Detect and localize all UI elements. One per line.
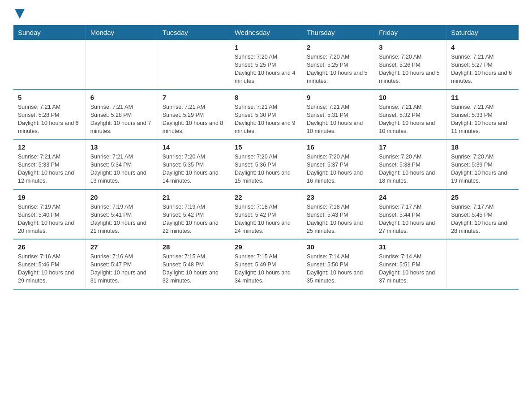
day-info: Sunrise: 7:20 AMSunset: 5:36 PMDaylight:… [235, 153, 297, 185]
day-info: Sunrise: 7:20 AMSunset: 5:39 PMDaylight:… [451, 153, 514, 185]
day-number: 19 [18, 193, 81, 201]
calendar-cell [446, 239, 519, 289]
week-row-3: 12Sunrise: 7:21 AMSunset: 5:33 PMDayligh… [13, 139, 519, 189]
day-info: Sunrise: 7:20 AMSunset: 5:25 PMDaylight:… [235, 53, 297, 86]
calendar-cell: 22Sunrise: 7:18 AMSunset: 5:42 PMDayligh… [230, 189, 302, 240]
calendar-cell: 14Sunrise: 7:20 AMSunset: 5:35 PMDayligh… [158, 139, 230, 189]
day-number: 26 [18, 243, 81, 251]
day-number: 4 [451, 43, 514, 51]
calendar-cell: 31Sunrise: 7:14 AMSunset: 5:51 PMDayligh… [374, 239, 446, 289]
day-header-monday: Monday [86, 25, 158, 40]
calendar-cell: 24Sunrise: 7:17 AMSunset: 5:44 PMDayligh… [374, 189, 446, 240]
day-info: Sunrise: 7:20 AMSunset: 5:37 PMDaylight:… [307, 153, 369, 185]
day-number: 1 [235, 43, 297, 51]
logo [13, 9, 25, 21]
day-number: 17 [379, 143, 442, 151]
day-info: Sunrise: 7:20 AMSunset: 5:26 PMDaylight:… [379, 53, 442, 86]
day-info: Sunrise: 7:21 AMSunset: 5:29 PMDaylight:… [163, 103, 225, 136]
week-row-2: 5Sunrise: 7:21 AMSunset: 5:28 PMDaylight… [13, 90, 519, 140]
calendar-cell: 6Sunrise: 7:21 AMSunset: 5:28 PMDaylight… [86, 90, 158, 140]
day-info: Sunrise: 7:19 AMSunset: 5:40 PMDaylight:… [18, 203, 81, 235]
day-number: 9 [307, 94, 369, 101]
day-number: 15 [235, 143, 297, 151]
day-info: Sunrise: 7:21 AMSunset: 5:28 PMDaylight:… [18, 103, 81, 136]
day-info: Sunrise: 7:16 AMSunset: 5:47 PMDaylight:… [90, 253, 153, 285]
calendar-cell: 19Sunrise: 7:19 AMSunset: 5:40 PMDayligh… [13, 189, 86, 240]
calendar-cell: 8Sunrise: 7:21 AMSunset: 5:30 PMDaylight… [230, 90, 302, 140]
svg-marker-0 [15, 9, 25, 19]
day-header-friday: Friday [374, 25, 446, 40]
day-number: 5 [18, 94, 81, 101]
calendar-cell: 30Sunrise: 7:14 AMSunset: 5:50 PMDayligh… [302, 239, 374, 289]
day-number: 18 [451, 143, 514, 151]
calendar-cell: 9Sunrise: 7:21 AMSunset: 5:31 PMDaylight… [302, 90, 374, 140]
day-info: Sunrise: 7:21 AMSunset: 5:34 PMDaylight:… [90, 153, 153, 185]
day-info: Sunrise: 7:20 AMSunset: 5:25 PMDaylight:… [307, 53, 369, 86]
day-number: 25 [451, 193, 514, 201]
day-number: 3 [379, 43, 442, 51]
day-number: 31 [379, 243, 442, 251]
day-info: Sunrise: 7:14 AMSunset: 5:50 PMDaylight:… [307, 253, 369, 285]
logo-triangle-icon [15, 9, 25, 19]
day-number: 2 [307, 43, 369, 51]
week-row-5: 26Sunrise: 7:16 AMSunset: 5:46 PMDayligh… [13, 239, 519, 289]
day-number: 13 [90, 143, 153, 151]
day-number: 21 [163, 193, 225, 201]
day-header-tuesday: Tuesday [158, 25, 230, 40]
day-info: Sunrise: 7:21 AMSunset: 5:32 PMDaylight:… [379, 103, 442, 136]
day-info: Sunrise: 7:19 AMSunset: 5:42 PMDaylight:… [163, 203, 225, 235]
day-info: Sunrise: 7:17 AMSunset: 5:44 PMDaylight:… [379, 203, 442, 235]
calendar-cell: 28Sunrise: 7:15 AMSunset: 5:48 PMDayligh… [158, 239, 230, 289]
page-header [13, 9, 519, 21]
calendar-cell [158, 40, 230, 90]
day-number: 23 [307, 193, 369, 201]
calendar-cell: 1Sunrise: 7:20 AMSunset: 5:25 PMDaylight… [230, 40, 302, 90]
calendar-cell: 10Sunrise: 7:21 AMSunset: 5:32 PMDayligh… [374, 90, 446, 140]
calendar-cell: 25Sunrise: 7:17 AMSunset: 5:45 PMDayligh… [446, 189, 519, 240]
calendar-cell: 3Sunrise: 7:20 AMSunset: 5:26 PMDaylight… [374, 40, 446, 90]
calendar-table: SundayMondayTuesdayWednesdayThursdayFrid… [13, 25, 519, 290]
day-info: Sunrise: 7:19 AMSunset: 5:41 PMDaylight:… [90, 203, 153, 235]
day-info: Sunrise: 7:21 AMSunset: 5:30 PMDaylight:… [235, 103, 297, 136]
day-number: 11 [451, 94, 514, 101]
day-info: Sunrise: 7:21 AMSunset: 5:33 PMDaylight:… [18, 153, 81, 185]
calendar-cell: 26Sunrise: 7:16 AMSunset: 5:46 PMDayligh… [13, 239, 86, 289]
week-row-1: 1Sunrise: 7:20 AMSunset: 5:25 PMDaylight… [13, 40, 519, 90]
calendar-header: SundayMondayTuesdayWednesdayThursdayFrid… [13, 25, 519, 40]
calendar-cell [86, 40, 158, 90]
day-info: Sunrise: 7:21 AMSunset: 5:31 PMDaylight:… [307, 103, 369, 136]
day-number: 24 [379, 193, 442, 201]
day-number: 10 [379, 94, 442, 101]
day-number: 20 [90, 193, 153, 201]
day-info: Sunrise: 7:14 AMSunset: 5:51 PMDaylight:… [379, 253, 442, 285]
day-info: Sunrise: 7:20 AMSunset: 5:38 PMDaylight:… [379, 153, 442, 185]
day-number: 7 [163, 94, 225, 101]
calendar-cell: 4Sunrise: 7:21 AMSunset: 5:27 PMDaylight… [446, 40, 519, 90]
calendar-cell: 27Sunrise: 7:16 AMSunset: 5:47 PMDayligh… [86, 239, 158, 289]
day-info: Sunrise: 7:17 AMSunset: 5:45 PMDaylight:… [451, 203, 514, 235]
day-info: Sunrise: 7:21 AMSunset: 5:27 PMDaylight:… [451, 53, 514, 86]
calendar-cell: 2Sunrise: 7:20 AMSunset: 5:25 PMDaylight… [302, 40, 374, 90]
day-header-sunday: Sunday [13, 25, 86, 40]
day-number: 14 [163, 143, 225, 151]
calendar-cell: 13Sunrise: 7:21 AMSunset: 5:34 PMDayligh… [86, 139, 158, 189]
day-number: 8 [235, 94, 297, 101]
day-number: 29 [235, 243, 297, 251]
calendar-cell: 23Sunrise: 7:18 AMSunset: 5:43 PMDayligh… [302, 189, 374, 240]
day-number: 28 [163, 243, 225, 251]
day-info: Sunrise: 7:20 AMSunset: 5:35 PMDaylight:… [163, 153, 225, 185]
day-number: 16 [307, 143, 369, 151]
calendar-cell: 20Sunrise: 7:19 AMSunset: 5:41 PMDayligh… [86, 189, 158, 240]
day-info: Sunrise: 7:15 AMSunset: 5:49 PMDaylight:… [235, 253, 297, 285]
calendar-cell: 29Sunrise: 7:15 AMSunset: 5:49 PMDayligh… [230, 239, 302, 289]
calendar-cell: 7Sunrise: 7:21 AMSunset: 5:29 PMDaylight… [158, 90, 230, 140]
day-info: Sunrise: 7:18 AMSunset: 5:43 PMDaylight:… [307, 203, 369, 235]
calendar-cell [13, 40, 86, 90]
calendar-cell: 21Sunrise: 7:19 AMSunset: 5:42 PMDayligh… [158, 189, 230, 240]
calendar-body: 1Sunrise: 7:20 AMSunset: 5:25 PMDaylight… [13, 40, 519, 289]
day-info: Sunrise: 7:21 AMSunset: 5:33 PMDaylight:… [451, 103, 514, 136]
day-header-wednesday: Wednesday [230, 25, 302, 40]
day-info: Sunrise: 7:16 AMSunset: 5:46 PMDaylight:… [18, 253, 81, 285]
day-number: 6 [90, 94, 153, 101]
day-info: Sunrise: 7:18 AMSunset: 5:42 PMDaylight:… [235, 203, 297, 235]
